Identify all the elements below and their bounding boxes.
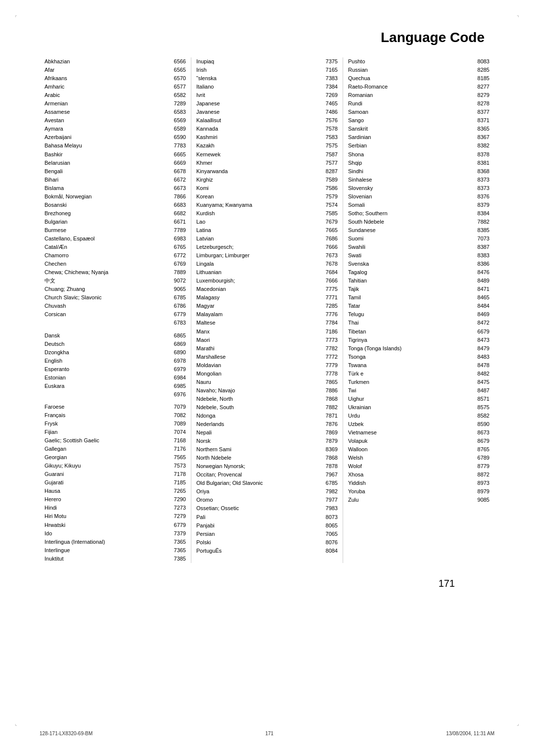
lang-code: 6583 <box>169 108 186 116</box>
lang-code: 8373 <box>472 176 490 184</box>
lang-row: Old Bulgarian; Old Slavonic6785 <box>196 479 338 487</box>
lang-name: Samoan <box>348 108 472 116</box>
lang-name: Norsk <box>196 437 320 445</box>
lang-name: Thai <box>348 319 472 327</box>
lang-code: 7779 <box>320 361 338 370</box>
lang-name: Nederlands <box>196 420 320 428</box>
lang-row: Bahasa Melayu7783 <box>44 142 186 150</box>
lang-code: 6785 <box>320 479 338 487</box>
lang-name: Tatar <box>348 302 472 310</box>
lang-code: 6772 <box>169 251 186 260</box>
lang-code: 7082 <box>169 411 186 420</box>
lang-code: 6665 <box>169 150 186 159</box>
lang-name: North Ndebele <box>196 454 320 462</box>
lang-code: 7365 <box>169 538 186 546</box>
lang-code: 7666 <box>320 243 338 251</box>
lang-name: Frysk <box>44 420 169 428</box>
spacer <box>44 328 186 331</box>
lang-row: Urdu8582 <box>348 412 490 420</box>
lang-code: 7679 <box>320 218 338 226</box>
lang-code: 6765 <box>169 243 186 251</box>
lang-code: 7186 <box>320 328 338 336</box>
lang-name: PortuguÊs <box>196 547 320 555</box>
lang-code: 8765 <box>472 445 490 454</box>
lang-name: Raeto-Romance <box>348 83 472 91</box>
lang-row: Sango8371 <box>348 116 490 125</box>
lang-code: 8376 <box>472 192 490 201</box>
lang-row: Ndonga7871 <box>196 412 338 420</box>
lang-code: 7869 <box>320 428 338 437</box>
lang-code: 6577 <box>169 83 186 91</box>
lang-name: Macedonian <box>196 285 320 293</box>
lang-row: Korean7579 <box>196 192 338 201</box>
lang-row: Kuanyama; Kwanyama7574 <box>196 201 338 209</box>
lang-name: English <box>44 357 169 365</box>
lang-code: 7784 <box>320 319 338 327</box>
lang-row: Rundi8278 <box>348 99 490 108</box>
lang-name: Yoruba <box>348 487 472 496</box>
lang-name: Kalaallisut <box>196 116 320 125</box>
lang-code: 8465 <box>472 293 490 302</box>
spacer <box>44 399 186 403</box>
lang-row: 6783 <box>44 319 186 327</box>
lang-row: Malayalam7776 <box>196 310 338 319</box>
lang-name: Swati <box>348 251 472 260</box>
lang-code: 6865 <box>169 331 186 340</box>
lang-name: Chuvash <box>44 302 169 310</box>
lang-name: Bihari <box>44 176 169 184</box>
lang-name: Gallegan <box>44 445 169 453</box>
lang-name: Panjabi <box>196 521 320 530</box>
lang-name: Bengali <box>44 167 169 176</box>
lang-name: Hausa <box>44 487 169 495</box>
lang-code: 7079 <box>169 403 186 411</box>
lang-code: 8590 <box>472 420 490 428</box>
lang-row: Afrikaans6570 <box>44 74 186 83</box>
lang-row: Catal/Æn6765 <box>44 243 186 251</box>
lang-code: 8571 <box>472 395 490 403</box>
lang-code: 8779 <box>472 462 490 471</box>
lang-row: Hiri Motu7279 <box>44 512 186 520</box>
lang-row: Frysk7089 <box>44 420 186 428</box>
lang-row: English6978 <box>44 357 186 365</box>
lang-row: Japanese7465 <box>196 99 338 108</box>
lang-row: Quechua8185 <box>348 74 490 83</box>
lang-row: Esperanto6979 <box>44 365 186 374</box>
lang-row: 中文9072 <box>44 277 186 285</box>
lang-name: Inupiaq <box>196 57 320 66</box>
lang-code: 8482 <box>472 370 490 378</box>
lang-code: 7778 <box>320 370 338 378</box>
lang-name: Kannada <box>196 125 320 133</box>
lang-name: Vietnamese <box>348 428 472 437</box>
lang-row: Inupiaq7375 <box>196 57 338 66</box>
lang-row: Lithuanian7684 <box>196 268 338 277</box>
lang-code: 6786 <box>169 302 186 310</box>
lang-row: Français7082 <box>44 411 186 420</box>
lang-row: Inuktitut7385 <box>44 555 186 563</box>
lang-row: Thai8472 <box>348 319 490 327</box>
lang-code: 7168 <box>169 436 186 445</box>
lang-code: 8382 <box>472 142 490 150</box>
lang-name: Kurdish <box>196 209 320 218</box>
lang-row: Kashmiri7583 <box>196 133 338 142</box>
footer-left: 128-171-LX8320-69-BM <box>40 731 92 736</box>
lang-name: Kuanyama; Kwanyama <box>196 201 320 209</box>
lang-code: 8487 <box>472 386 490 395</box>
lang-name: Pali <box>196 513 320 521</box>
lang-code: 8575 <box>472 403 490 412</box>
lang-row: Ukrainian8575 <box>348 403 490 412</box>
lang-code: 8084 <box>320 547 338 555</box>
lang-row: Occitan; Provencal7967 <box>196 471 338 479</box>
lang-code: 7878 <box>320 462 338 471</box>
lang-row: Panjabi8065 <box>196 521 338 530</box>
page: ⌜ ⌝ Language Code Abkhazian6566Afar6565A… <box>0 0 534 756</box>
lang-name: Brezhoneg <box>44 209 169 218</box>
lang-row: Nepali7869 <box>196 428 338 437</box>
lang-name: Malayalam <box>196 310 320 319</box>
lang-code: 6979 <box>169 365 186 374</box>
lang-name: Gujarati <box>44 478 169 487</box>
lang-name: Marathi <box>196 344 320 353</box>
lang-name: Arabic <box>44 91 169 99</box>
lang-name: Volapuk <box>348 437 472 445</box>
lang-row: Oriya7982 <box>196 487 338 496</box>
lang-name: Abkhazian <box>44 57 169 66</box>
